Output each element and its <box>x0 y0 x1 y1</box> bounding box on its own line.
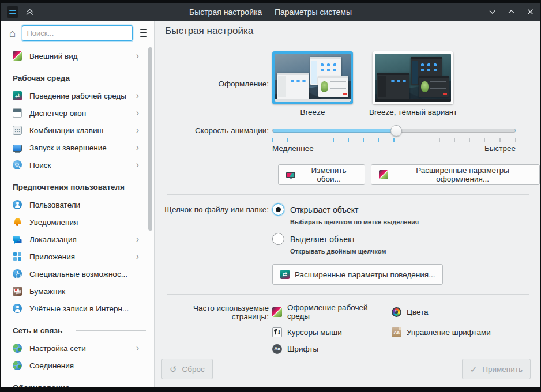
minimize-icon[interactable] <box>489 8 496 16</box>
frequent-page-label: Курсоры мыши <box>287 328 342 337</box>
main-panel: Быстрая настройка Оформление: <box>155 21 540 387</box>
sidebar-item: Оборудование › <box>1 378 154 387</box>
frequent-page-link[interactable]: Шрифты <box>272 344 392 354</box>
frequent-pages: Оформление рабочей среды Цвета Курсоры м… <box>272 303 491 354</box>
radio-option-caption: Выбирать щелчком по метке выделения <box>290 218 419 225</box>
radio-option-caption: Открывать двойным щелчком <box>290 248 419 255</box>
theme-option[interactable]: Breeze <box>272 51 353 116</box>
sidebar-item[interactable]: Локализация › <box>1 231 154 248</box>
sidebar-item[interactable]: Настройка сети › <box>1 340 154 357</box>
sidebar-scrollbar[interactable] <box>148 47 152 231</box>
chevron-right-icon: › <box>136 343 139 353</box>
frequent-page-label: Оформление рабочей среды <box>287 303 392 321</box>
frequent-page-icon <box>272 344 282 354</box>
sidebar: ⌂ Внешний вид › Рабочая среда <box>1 21 155 387</box>
theme-name: Breeze, тёмный вариант <box>369 108 457 116</box>
frequent-page-link[interactable]: Курсоры мыши <box>272 327 392 337</box>
separator <box>167 294 529 295</box>
slider-slow-label: Медленнее <box>272 144 314 153</box>
app-icon <box>7 6 18 18</box>
sidebar-item-icon <box>13 269 22 278</box>
animation-speed-slider[interactable] <box>272 126 516 137</box>
sidebar-item[interactable]: Поиск › <box>1 156 154 174</box>
chevron-right-icon: › <box>136 108 139 118</box>
radio-option[interactable]: Выделяет объект <box>272 233 419 245</box>
sidebar-item-icon <box>13 91 22 100</box>
maximize-icon[interactable] <box>508 8 515 16</box>
slider-ticks <box>272 138 516 142</box>
sidebar-item-icon <box>13 200 22 209</box>
sidebar-item[interactable]: Бумажник › <box>1 282 154 300</box>
radio-option-label: Выделяет объект <box>290 235 355 244</box>
radio-button[interactable] <box>272 203 284 216</box>
sidebar-item-icon <box>13 304 22 313</box>
app-window: Быстрая настройка — Параметры системы ⌂ … <box>0 0 541 392</box>
checkmark-icon: ✓ <box>470 365 478 374</box>
radio-button[interactable] <box>272 233 284 245</box>
sidebar-item[interactable]: Соединения › <box>1 357 154 374</box>
sidebar-item[interactable]: Пользователи › <box>1 196 154 213</box>
sidebar-item-icon <box>13 287 22 296</box>
sidebar-item-label: Поиск <box>29 161 51 169</box>
change-wallpaper-button[interactable]: Изменить обои... <box>278 164 365 185</box>
apply-button[interactable]: ✓ Применить <box>462 359 531 379</box>
sidebar-item-label: Внешний вид <box>29 52 78 61</box>
radio-option[interactable]: Открывает объект <box>272 203 419 216</box>
slider-handle[interactable] <box>390 125 402 137</box>
sidebar-item[interactable]: Комбинации клавиш › <box>1 122 154 139</box>
sidebar-item[interactable]: Учётные записи в Интерн... › <box>1 300 154 317</box>
sidebar-item-label: Рабочая среда <box>13 74 70 82</box>
sidebar-item-label: Оборудование <box>13 383 70 387</box>
sidebar-item[interactable]: Поведение рабочей среды › <box>1 87 154 104</box>
frequent-page-link[interactable]: Управление шрифтами <box>392 327 491 337</box>
sidebar-item-label: Предпочтения пользователя <box>13 183 125 191</box>
sidebar-item-icon <box>13 145 22 152</box>
sidebar-item-icon <box>13 108 22 118</box>
sidebar-item-label: Приложения <box>29 252 75 261</box>
frequent-page-label: Цвета <box>407 308 429 316</box>
chevron-right-icon: › <box>136 51 139 61</box>
animation-speed-label: Скорость анимации: <box>155 126 272 153</box>
sidebar-item-label: Бумажник <box>29 287 65 296</box>
undo-icon: ↺ <box>170 365 177 374</box>
sidebar-item[interactable]: Специальные возможнос... › <box>1 265 154 282</box>
sidebar-item-icon <box>13 252 22 261</box>
reset-button[interactable]: ↺ Сброс <box>161 359 213 379</box>
sidebar-item-icon <box>13 160 22 169</box>
frequent-pages-label: Часто используемые страницы: <box>155 303 272 354</box>
sidebar-item-label: Сеть и связь <box>13 326 62 335</box>
sidebar-item-icon <box>13 361 22 370</box>
sidebar-item-label: Пользователи <box>29 201 80 209</box>
page-content: Оформление: <box>155 42 540 354</box>
sidebar-item[interactable]: Диспетчер окон › <box>1 104 154 122</box>
chevron-right-icon: › <box>136 142 139 153</box>
titlebar: Быстрая настройка — Параметры системы <box>1 3 540 21</box>
sidebar-item[interactable]: Приложения › <box>1 248 154 265</box>
theme-picker: Breeze <box>272 51 457 116</box>
hamburger-menu-icon[interactable] <box>140 29 147 37</box>
theme-option[interactable]: Breeze, тёмный вариант <box>369 51 457 116</box>
home-icon[interactable]: ⌂ <box>9 28 16 39</box>
frequent-page-icon <box>272 307 282 317</box>
frequent-page-link[interactable]: Оформление рабочей среды <box>272 303 392 321</box>
sidebar-item[interactable]: Запуск и завершение › <box>1 139 154 156</box>
sidebar-item-label: Соединения <box>29 361 74 370</box>
theme-thumbnail <box>375 54 451 102</box>
sidebar-item[interactable]: Внешний вид › <box>1 47 154 65</box>
sidebar-item-label: Локализация <box>29 235 77 244</box>
click-behavior-options: Открывает объект Выбирать щелчком по мет… <box>272 203 419 255</box>
sidebar-item-icon <box>13 126 22 135</box>
sidebar-item-label: Диспетчер окон <box>29 109 86 118</box>
advanced-appearance-button[interactable]: Расширенные параметры оформления... <box>371 164 540 185</box>
advanced-behavior-button[interactable]: Расширенные параметры поведения... <box>272 264 443 285</box>
chevron-right-icon: › <box>136 160 139 170</box>
chevron-right-icon: › <box>136 125 139 135</box>
slider-fast-label: Быстрее <box>484 144 516 153</box>
appearance-label: Оформление: <box>155 80 272 88</box>
frequent-page-icon <box>392 327 401 337</box>
keep-above-icon[interactable] <box>25 8 34 16</box>
sidebar-item[interactable]: Уведомления › <box>1 213 154 231</box>
close-icon[interactable] <box>527 8 534 16</box>
search-input[interactable] <box>22 25 133 41</box>
frequent-page-link[interactable]: Цвета <box>392 307 491 317</box>
